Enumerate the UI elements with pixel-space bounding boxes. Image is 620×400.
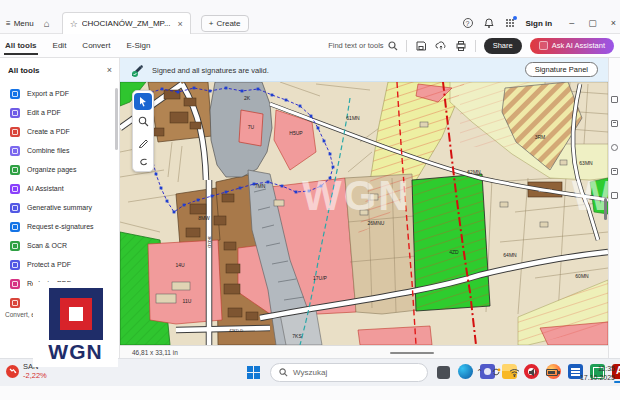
boundary-vertex-marker[interactable] bbox=[173, 211, 176, 214]
boundary-vertex-marker[interactable] bbox=[183, 204, 186, 207]
create-label: Create bbox=[217, 19, 241, 28]
boundary-vertex-marker[interactable] bbox=[317, 127, 320, 130]
wifi-icon[interactable] bbox=[509, 368, 520, 377]
sync-icon[interactable] bbox=[491, 367, 501, 377]
boundary-vertex-marker[interactable] bbox=[281, 185, 284, 188]
boundary-vertex-marker[interactable] bbox=[155, 173, 158, 176]
apps-grid-icon[interactable] bbox=[505, 18, 515, 28]
boundary-vertex-marker[interactable] bbox=[332, 166, 335, 169]
boundary-vertex-marker[interactable] bbox=[225, 87, 228, 90]
boundary-vertex-marker[interactable] bbox=[267, 181, 270, 184]
sign-in-button[interactable]: Sign in bbox=[526, 19, 553, 28]
start-button[interactable] bbox=[247, 366, 261, 380]
sidebar-item-scan-ocr[interactable]: Scan & OCR bbox=[0, 236, 118, 255]
signature-panel-button[interactable]: Signature Panel bbox=[525, 62, 598, 77]
boundary-vertex-marker[interactable] bbox=[197, 199, 200, 202]
edge-icon[interactable] bbox=[458, 364, 473, 379]
help-icon[interactable]: ? bbox=[463, 18, 473, 28]
sidebar-item-edit-a-pdf[interactable]: Edit a PDF bbox=[0, 103, 118, 122]
chevron-up-icon[interactable]: ⌃ bbox=[476, 368, 483, 377]
divider bbox=[475, 40, 476, 52]
boundary-vertex-marker[interactable] bbox=[285, 99, 288, 102]
panel-icon-comments[interactable] bbox=[611, 144, 618, 151]
boundary-vertex-marker[interactable] bbox=[323, 140, 326, 143]
right-rail bbox=[608, 58, 620, 358]
boundary-vertex-marker[interactable] bbox=[193, 87, 196, 90]
tool-icon bbox=[10, 203, 20, 213]
cloud-upload-icon[interactable] bbox=[435, 40, 447, 52]
sidebar-item-ai-assistant[interactable]: AI Assistant bbox=[0, 179, 118, 198]
boundary-vertex-marker[interactable] bbox=[271, 94, 274, 97]
boundary-vertex-marker[interactable] bbox=[177, 91, 180, 94]
menu-button[interactable]: ≡ Menu bbox=[6, 19, 34, 28]
sidebar-item-protect-a-pdf[interactable]: Protect a PDF bbox=[0, 255, 118, 274]
boundary-vertex-marker[interactable] bbox=[211, 195, 214, 198]
document-tab-title: CHOCIANÓW_ZM_MP... bbox=[82, 19, 171, 28]
tab-esign[interactable]: E-Sign bbox=[125, 37, 151, 54]
close-panel-icon[interactable]: × bbox=[107, 65, 112, 75]
widgets-icon[interactable] bbox=[437, 366, 450, 379]
star-icon[interactable]: ☆ bbox=[70, 19, 78, 29]
home-icon[interactable]: ⌂ bbox=[44, 18, 50, 29]
boundary-vertex-marker[interactable] bbox=[295, 191, 298, 194]
boundary-vertex-marker[interactable] bbox=[241, 90, 244, 93]
ask-ai-assistant-button[interactable]: Ask AI Assistant bbox=[530, 38, 614, 54]
sidebar-item-create-a-pdf[interactable]: Create a PDF bbox=[0, 122, 118, 141]
annotate-pen-button[interactable] bbox=[134, 134, 152, 151]
search-icon bbox=[388, 41, 398, 51]
tool-label: Generative summary bbox=[27, 204, 92, 211]
app-toolbar: All tools Edit Convert E-Sign Find text … bbox=[0, 34, 620, 58]
zoom-tool-button[interactable] bbox=[134, 113, 152, 130]
volume-icon[interactable] bbox=[528, 368, 538, 377]
panel-icon-signatures[interactable] bbox=[611, 168, 618, 175]
close-window-icon[interactable]: × bbox=[611, 18, 616, 28]
taskbar-search[interactable]: Wyszukaj bbox=[270, 363, 428, 382]
pdf-page-view[interactable]: WGNWGN2K7UH5UP7MN61MN8MW14U11U26MNU17U/P… bbox=[120, 82, 608, 345]
menu-label: Menu bbox=[14, 19, 34, 28]
zoning-map[interactable]: WGNWGN2K7UH5UP7MN61MN8MW14U11U26MNU17U/P… bbox=[120, 82, 608, 345]
maximize-icon[interactable]: ▢ bbox=[588, 18, 597, 28]
create-button[interactable]: + Create bbox=[201, 15, 249, 32]
tab-convert[interactable]: Convert bbox=[81, 37, 111, 54]
battery-icon[interactable] bbox=[546, 369, 558, 376]
minimize-icon[interactable]: – bbox=[569, 18, 574, 28]
sidebar-item-request-e-signatures[interactable]: Request e-signatures bbox=[0, 217, 118, 236]
select-tool-button[interactable] bbox=[134, 93, 152, 110]
sidebar-item-export-a-pdf[interactable]: Export a PDF bbox=[0, 84, 118, 103]
panel-icon-attachments[interactable] bbox=[611, 120, 618, 127]
boundary-vertex-marker[interactable] bbox=[257, 88, 260, 91]
boundary-vertex-marker[interactable] bbox=[310, 115, 313, 118]
boundary-vertex-marker[interactable] bbox=[299, 105, 302, 108]
sidebar-item-organize-pages[interactable]: Organize pages bbox=[0, 160, 118, 179]
find-text-control[interactable]: Find text or tools bbox=[328, 41, 397, 51]
divider bbox=[406, 40, 407, 52]
document-status-bar: 46,81 x 33,11 in bbox=[120, 345, 608, 358]
horizontal-scrollbar[interactable] bbox=[390, 352, 434, 354]
boundary-vertex-marker[interactable] bbox=[209, 90, 212, 93]
sidebar-item-generative-summary[interactable]: Generative summary bbox=[0, 198, 118, 217]
close-tab-icon[interactable]: × bbox=[178, 19, 183, 29]
tool-label: Export a PDF bbox=[27, 90, 69, 97]
taskbar-clock[interactable]: 11:35 17.10.2025 bbox=[580, 364, 615, 382]
panel-icon-layers[interactable] bbox=[611, 192, 618, 199]
boundary-vertex-marker[interactable] bbox=[161, 88, 164, 91]
sidebar-item-combine-files[interactable]: Combine files bbox=[0, 141, 118, 160]
tab-edit[interactable]: Edit bbox=[52, 37, 68, 54]
all-tools-panel-title: All tools bbox=[8, 66, 40, 75]
print-icon[interactable] bbox=[455, 40, 467, 52]
share-button[interactable]: Share bbox=[484, 38, 522, 54]
document-tab[interactable]: ☆ CHOCIANÓW_ZM_MP... × bbox=[62, 12, 191, 34]
tab-all-tools[interactable]: All tools bbox=[4, 37, 38, 54]
boundary-vertex-marker[interactable] bbox=[239, 187, 242, 190]
save-icon[interactable] bbox=[415, 40, 427, 52]
boundary-vertex-marker[interactable] bbox=[166, 200, 169, 203]
vertical-scrollbar[interactable] bbox=[604, 198, 607, 220]
boundary-vertex-marker[interactable] bbox=[160, 187, 163, 190]
boundary-vertex-marker[interactable] bbox=[225, 191, 228, 194]
signature-tool-button[interactable] bbox=[134, 154, 152, 171]
sidebar-scrollbar[interactable] bbox=[115, 88, 118, 150]
stock-down-icon bbox=[6, 365, 19, 378]
bell-icon[interactable] bbox=[484, 18, 494, 28]
boundary-vertex-marker[interactable] bbox=[329, 153, 332, 156]
panel-icon-bookmarks[interactable] bbox=[611, 96, 618, 103]
